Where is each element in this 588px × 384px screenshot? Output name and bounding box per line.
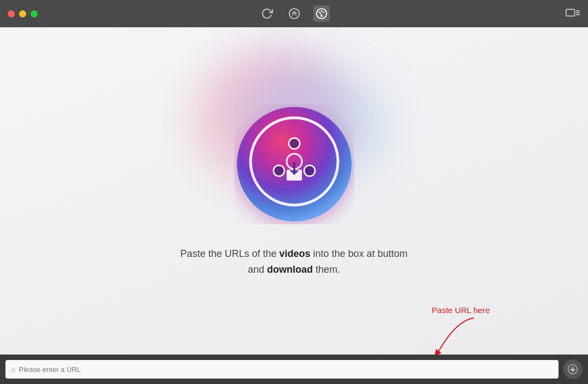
nav-tabs <box>259 5 330 22</box>
download-tab[interactable] <box>313 5 330 22</box>
svg-point-5 <box>319 13 321 15</box>
svg-point-22 <box>289 138 300 149</box>
url-input-wrapper[interactable]: ⌂ <box>5 360 559 379</box>
close-button[interactable] <box>8 10 15 17</box>
bottom-bar: ⌂ <box>0 355 588 384</box>
home-icon: ⌂ <box>11 365 15 374</box>
instruction-text: Paste the URLs of the videos into the bo… <box>180 246 407 278</box>
instruction-line1: Paste the URLs of the <box>180 248 279 259</box>
instruction-line3: and <box>248 264 267 275</box>
instruction-line4: them. <box>313 264 340 275</box>
convert-tab[interactable] <box>286 5 302 22</box>
paste-url-label: Paste URL here <box>432 305 490 315</box>
main-content: .app-icon-container { display: none; } .… <box>0 27 588 355</box>
paste-url-arrow <box>424 315 484 355</box>
svg-point-2 <box>318 11 320 13</box>
svg-point-24 <box>304 165 315 176</box>
refresh-tab[interactable] <box>259 5 275 22</box>
instruction-line2: into the box at buttom <box>311 248 408 259</box>
maximize-button[interactable] <box>31 10 38 17</box>
download-bold: download <box>267 264 313 275</box>
playlist-icon[interactable] <box>565 8 580 20</box>
app-icon-v2 <box>234 104 354 224</box>
svg-point-3 <box>320 10 322 12</box>
svg-point-23 <box>274 165 284 176</box>
videos-bold: videos <box>279 248 310 259</box>
svg-point-1 <box>316 9 326 19</box>
window-controls <box>8 10 38 17</box>
svg-rect-6 <box>566 9 575 16</box>
minimize-button[interactable] <box>19 10 26 17</box>
download-button[interactable] <box>563 359 583 379</box>
titlebar <box>0 0 588 27</box>
url-input[interactable] <box>19 365 553 374</box>
svg-point-4 <box>323 11 324 13</box>
